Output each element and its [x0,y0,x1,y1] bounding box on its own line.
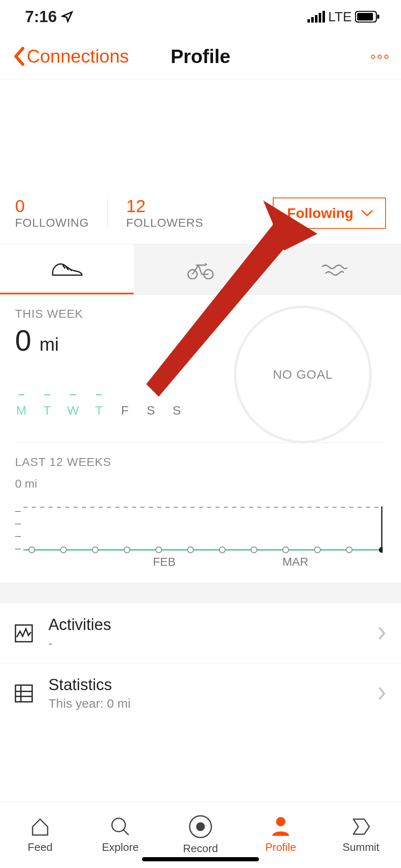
svg-point-40 [276,817,285,826]
tab-feed[interactable]: Feed [0,802,80,868]
home-icon [29,816,51,838]
statistics-icon [14,684,33,703]
summit-icon [350,816,372,838]
menu-statistics[interactable]: Statistics This year: 0 mi [0,663,401,723]
this-week-block: THIS WEEK 0 mi M T W T F S S NO GOAL [0,295,401,426]
following-count: 0 [15,196,89,216]
sport-tabs [0,244,401,295]
svg-rect-3 [319,13,321,23]
status-bar: 7:16 LTE [0,0,401,33]
following-button[interactable]: Following [273,197,386,229]
home-indicator[interactable] [142,857,259,861]
svg-point-24 [251,547,257,553]
month-feb: FEB [153,555,175,568]
weekly-chart: FEB MAR [15,503,386,570]
nav-bar: Connections Profile [0,33,401,79]
svg-rect-30 [15,685,32,702]
bike-icon [186,259,215,279]
followers-label: FOLLOWERS [126,216,203,230]
month-mar: MAR [282,555,308,568]
chevron-down-icon [361,209,373,217]
last-12-weeks-block: LAST 12 WEEKS 0 mi FEB MAR [0,443,401,582]
svg-line-37 [124,830,129,835]
day-w: W [67,403,79,418]
svg-rect-4 [322,11,325,23]
day-sa: S [145,403,157,418]
search-icon [109,816,131,838]
last12-label: LAST 12 WEEKS [15,456,386,469]
svg-point-23 [219,547,225,553]
menu-activities[interactable]: Activities - [0,603,401,663]
followers-stat[interactable]: 12 FOLLOWERS [126,196,203,230]
activities-title: Activities [48,616,362,634]
battery-icon [355,11,380,23]
followers-count: 12 [126,196,203,216]
profile-header-area [0,79,401,196]
day-f: F [119,403,131,418]
activities-icon [14,624,33,643]
statistics-sub: This year: 0 mi [48,696,362,711]
svg-point-21 [156,547,162,553]
svg-point-27 [346,547,352,553]
more-button[interactable] [368,51,388,61]
chevron-right-icon [377,685,387,702]
section-gap [0,582,401,603]
shoe-icon [50,258,84,278]
svg-rect-0 [307,19,310,23]
svg-point-26 [315,547,320,553]
svg-rect-1 [311,17,314,23]
page-title: Profile [170,45,230,68]
tab-bar: Feed Explore Record Profile Summit [0,801,401,868]
activities-sub: - [48,636,362,650]
svg-point-28 [379,547,383,553]
location-icon [61,10,74,23]
day-th: T [93,403,105,418]
last12-summary: 0 mi [15,477,386,491]
profile-icon [270,816,292,838]
svg-rect-6 [357,13,373,20]
network-label: LTE [328,9,352,25]
svg-point-39 [197,823,204,830]
chevron-left-icon [13,46,25,66]
day-m: M [15,403,28,418]
tab-bike[interactable] [134,244,267,294]
tab-run[interactable] [0,244,134,294]
chevron-right-icon [377,625,387,642]
svg-point-20 [124,547,130,553]
following-stat[interactable]: 0 FOLLOWING [15,196,89,230]
svg-point-36 [112,818,125,832]
status-time: 7:16 [25,8,57,26]
swim-icon [320,261,349,278]
following-button-label: Following [287,205,353,221]
goal-circle[interactable]: NO GOAL [234,306,372,443]
goal-label: NO GOAL [273,367,333,382]
back-label: Connections [27,46,129,67]
tab-swim[interactable] [267,244,401,294]
svg-point-22 [188,547,193,553]
svg-rect-2 [315,15,317,23]
statistics-title: Statistics [48,676,362,694]
stat-divider [107,198,108,228]
record-icon [188,815,213,839]
stats-row: 0 FOLLOWING 12 FOLLOWERS Following [0,196,401,244]
svg-marker-41 [353,819,369,834]
svg-rect-7 [377,15,379,19]
tab-summit[interactable]: Summit [321,802,401,868]
svg-point-19 [92,547,98,553]
svg-point-17 [29,547,35,553]
signal-icon [307,11,325,23]
back-button[interactable]: Connections [13,46,129,67]
svg-point-18 [61,547,66,553]
day-su: S [170,403,183,418]
svg-point-25 [283,547,289,553]
day-t: T [41,403,53,418]
following-label: FOLLOWING [15,216,89,230]
